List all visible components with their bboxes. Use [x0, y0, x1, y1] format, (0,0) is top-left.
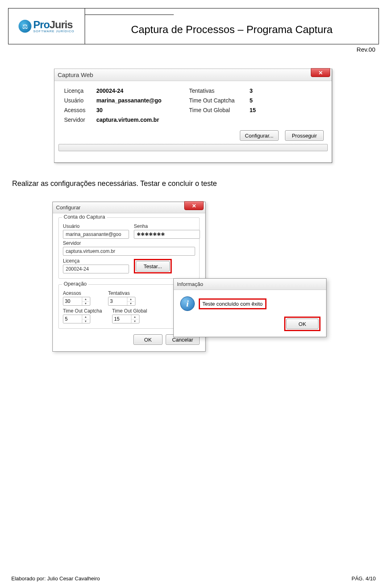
label-usuario: Usuário [63, 223, 129, 229]
chevron-down-icon[interactable]: ▼ [82, 319, 89, 323]
ok-button[interactable]: OK [133, 334, 162, 345]
dialog-titlebar[interactable]: Captura Web ✕ [54, 69, 332, 81]
label-usuario: Usuário [64, 97, 92, 104]
close-button[interactable]: ✕ [311, 68, 330, 77]
chevron-down-icon[interactable]: ▼ [131, 319, 138, 323]
timeout-global-input[interactable] [112, 315, 131, 323]
configurar-button[interactable]: Configurar... [240, 130, 279, 141]
acessos-stepper[interactable]: ▲▼ [63, 297, 90, 306]
licenca-field[interactable] [63, 265, 129, 273]
label-timeout-global: Time Out Global [112, 308, 156, 314]
servidor-field[interactable] [63, 247, 195, 256]
document-header: ⚖ ProJuris SOFTWARE JURÍDICO Captura de … [8, 8, 379, 44]
close-button[interactable]: ✕ [184, 201, 204, 210]
dialog-title: Informação [177, 281, 203, 287]
group-title: Operação [62, 281, 88, 287]
prosseguir-button[interactable]: Prosseguir [285, 130, 324, 141]
value-acessos: 30 [96, 107, 185, 113]
value-servidor: captura.virtuem.com.br [96, 117, 185, 123]
chevron-up-icon[interactable]: ▲ [82, 297, 89, 302]
label-servidor: Servidor [63, 240, 195, 246]
dialog-title: Configurar [56, 204, 81, 211]
label-senha: Senha [134, 223, 200, 229]
chevron-down-icon[interactable]: ▼ [82, 302, 89, 306]
close-icon: ✕ [318, 70, 323, 76]
label-servidor: Servidor [64, 117, 92, 123]
footer-author: Elaborado por: Julio Cesar Cavalheiro [11, 575, 100, 582]
timeout-captcha-stepper[interactable]: ▲▼ [63, 315, 90, 323]
timeout-global-stepper[interactable]: ▲▼ [112, 315, 139, 323]
informacao-dialog: Informação i Teste concluído com êxito O… [173, 278, 327, 337]
chevron-up-icon[interactable]: ▲ [131, 315, 138, 319]
label-tentativas: Tentativas [108, 290, 148, 296]
value-licenca: 200024-24 [96, 88, 185, 94]
chevron-up-icon[interactable]: ▲ [127, 297, 134, 302]
timeout-captcha-input[interactable] [63, 315, 82, 323]
instruction-paragraph: Realizar as configurações necessárias. T… [12, 179, 217, 188]
label-acessos: Acessos [63, 290, 103, 296]
chevron-up-icon[interactable]: ▲ [82, 315, 89, 319]
title-top-strip [85, 8, 174, 15]
testar-button[interactable]: Testar... [136, 261, 170, 271]
logo-cell: ⚖ ProJuris SOFTWARE JURÍDICO [8, 8, 85, 44]
group-title: Conta do Captura [62, 214, 107, 220]
label-timeout-global: Time Out Global [189, 107, 246, 113]
tentativas-input[interactable] [108, 297, 127, 305]
value-timeout-global: 15 [250, 107, 270, 113]
gavel-icon: ⚖ [19, 20, 31, 33]
document-footer: Elaborado por: Julio Cesar Cavalheiro PÁ… [11, 575, 376, 582]
value-tentativas: 3 [250, 88, 270, 94]
label-timeout-captcha: Time Out Captcha [189, 97, 246, 104]
testar-highlight: Testar... [134, 259, 172, 273]
tentativas-stepper[interactable]: ▲▼ [108, 297, 135, 306]
logo-subtext: SOFTWARE JURÍDICO [33, 30, 74, 33]
usuario-field[interactable] [63, 230, 129, 239]
projuris-logo: ⚖ ProJuris SOFTWARE JURÍDICO [19, 19, 74, 33]
footer-page: PÁG. 4/10 [352, 575, 376, 582]
label-licenca: Licença [63, 258, 129, 264]
label-licenca: Licença [64, 88, 92, 94]
value-timeout-captcha: 5 [250, 97, 270, 104]
ok-highlight: OK [284, 317, 320, 331]
title-cell: Captura de Processos – Programa Captura … [85, 8, 379, 44]
dialog-title: Captura Web [58, 71, 93, 78]
label-acessos: Acessos [64, 107, 92, 113]
ok-button[interactable]: OK [286, 319, 318, 329]
captura-web-dialog: Captura Web ✕ Licença 200024-24 Tentativ… [54, 69, 332, 163]
dialog-titlebar[interactable]: Configurar ✕ [53, 202, 205, 213]
revision-label: Rev.00 [357, 46, 375, 53]
dialog-titlebar[interactable]: Informação [174, 279, 326, 290]
info-message: Teste concluído com êxito [202, 301, 263, 307]
group-conta: Conta do Captura Usuário Senha Servidor [58, 217, 200, 279]
acessos-input[interactable] [63, 297, 82, 305]
message-highlight: Teste concluído com êxito [199, 298, 266, 309]
value-usuario: marina_passanante@go [96, 97, 185, 104]
chevron-down-icon[interactable]: ▼ [127, 302, 134, 306]
logo-text: ProJuris [33, 19, 74, 30]
page-title: Captura de Processos – Programa Captura [85, 15, 379, 44]
progress-bar [58, 144, 328, 151]
info-icon: i [180, 296, 195, 311]
close-icon: ✕ [192, 203, 196, 209]
label-timeout-captcha: Time Out Captcha [63, 308, 107, 314]
senha-field[interactable] [134, 230, 200, 239]
label-tentativas: Tentativas [189, 88, 246, 94]
